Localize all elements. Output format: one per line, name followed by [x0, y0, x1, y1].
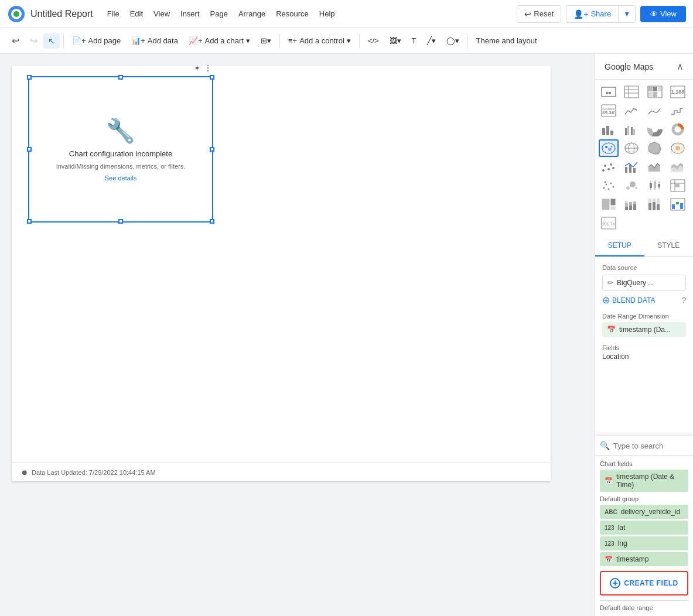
datasource-row[interactable]: ✏ BigQuery ...	[602, 275, 686, 291]
share-label: Share	[590, 9, 611, 18]
add-data-icon: 📊+	[131, 36, 145, 45]
create-field-button[interactable]: + CREATE FIELD	[600, 571, 688, 596]
svg-rect-74	[629, 202, 632, 206]
code-button[interactable]: </>	[363, 33, 384, 48]
date-range-row[interactable]: 📅 timestamp (Da...	[602, 322, 686, 337]
svg-text:69.3K: 69.3K	[602, 110, 615, 115]
chart-type-candlestick[interactable]	[645, 177, 665, 194]
chart-type-pie[interactable]	[645, 121, 665, 138]
handle-mr[interactable]	[210, 147, 214, 152]
chart-type-line[interactable]	[622, 102, 641, 119]
chart-more-button[interactable]: ⋮	[204, 63, 212, 73]
search-icon: 🔍	[600, 441, 610, 450]
handle-tm[interactable]	[118, 75, 123, 80]
chart-type-step-line[interactable]	[668, 102, 688, 119]
svg-rect-45	[625, 167, 627, 173]
setup-tab[interactable]: SETUP	[595, 235, 644, 256]
see-details-link[interactable]: See details	[105, 174, 136, 182]
chart-type-bar[interactable]	[599, 121, 619, 138]
menu-insert[interactable]: Insert	[176, 7, 204, 20]
menu-help[interactable]: Help	[315, 7, 340, 20]
handle-bl[interactable]	[27, 219, 32, 224]
panel-collapse-button[interactable]: ∧	[677, 61, 684, 72]
add-chart-button[interactable]: 📈+ Add a chart ▾	[184, 33, 255, 48]
svg-rect-47	[633, 168, 636, 173]
menu-page[interactable]: Page	[206, 7, 233, 20]
dg-item-timestamp[interactable]: 📅 timestamp	[600, 552, 688, 566]
svg-point-56	[635, 187, 637, 189]
line-button[interactable]: ╱▾	[422, 33, 441, 48]
chart-type-scatter-map[interactable]	[599, 158, 619, 176]
handle-br[interactable]	[210, 219, 214, 224]
chart-type-stacked-bar[interactable]	[622, 196, 641, 213]
add-page-button[interactable]: 📄+ Add page	[67, 33, 125, 48]
svg-point-52	[613, 186, 615, 188]
handle-ml[interactable]	[27, 147, 32, 152]
style-tab[interactable]: STYLE	[644, 235, 694, 256]
search-input[interactable]	[613, 442, 688, 450]
shape-button[interactable]: ◯▾	[442, 33, 464, 48]
chart-type-100-stacked[interactable]	[645, 196, 665, 213]
chart-type-scorecard[interactable]: ■■	[599, 83, 619, 101]
chart-type-heatmap[interactable]	[645, 83, 665, 101]
dg-item-vehicle[interactable]: ABC delivery_vehicle_id	[600, 505, 688, 519]
redo-button[interactable]: ↪	[25, 32, 42, 49]
text-button[interactable]: T	[407, 33, 421, 48]
menu-file[interactable]: File	[103, 7, 124, 20]
chart-type-stacked-area[interactable]	[668, 158, 688, 176]
dg-field-2-label: lat	[618, 523, 626, 532]
menu-arrange[interactable]: Arrange	[234, 7, 270, 20]
chart-type-combo-bar-line[interactable]	[622, 158, 641, 176]
add-data-button[interactable]: 📊+ Add data	[127, 33, 183, 48]
theme-layout-button[interactable]: Theme and layout	[472, 33, 542, 48]
handle-tl[interactable]	[27, 75, 32, 80]
chart-types-grid: ■■ 1,168 Sessions69.3K	[595, 80, 693, 235]
menu-resource[interactable]: Resource	[271, 7, 313, 20]
dg-item-lat[interactable]: 123 lat	[600, 521, 688, 535]
chart-type-donut[interactable]	[668, 121, 688, 138]
chart-type-grouped-bar[interactable]	[622, 121, 641, 138]
reset-button[interactable]: ↩ Reset	[517, 5, 561, 23]
chart-field-timestamp[interactable]: 📅 timestamp (Date & Time)	[600, 470, 688, 492]
share-button[interactable]: 👤+ Share	[566, 5, 618, 23]
chart-type-area[interactable]	[645, 158, 665, 176]
select-tool-button[interactable]: ↖	[43, 33, 60, 49]
chart-type-bubble-map[interactable]	[599, 139, 619, 157]
add-chart-caret: ▾	[246, 36, 250, 45]
blend-data-row[interactable]: ⊕ BLEND DATA ?	[602, 295, 686, 306]
menu-edit[interactable]: Edit	[125, 7, 148, 20]
share-caret-button[interactable]: ▼	[618, 5, 636, 23]
chart-type-bubble[interactable]	[622, 177, 641, 194]
view-button[interactable]: 👁 View	[640, 6, 686, 22]
canvas-area: ✶ ⋮ 🔧 Chart configuration incomplete Inv…	[0, 54, 595, 616]
chart-type-scatter[interactable]	[599, 177, 619, 194]
chart-container[interactable]: ✶ ⋮ 🔧 Chart configuration incomplete Inv…	[28, 76, 213, 223]
chart-type-gauge[interactable]: 201.7K	[599, 214, 619, 232]
chart-type-metric[interactable]: Sessions69.3K	[599, 102, 619, 119]
chart-type-filled-map[interactable]	[645, 139, 665, 157]
chart-type-scorecard2[interactable]: 1,168	[668, 83, 688, 101]
chart-type-waterfall[interactable]	[668, 196, 688, 213]
num-icon-lng: 123	[605, 540, 615, 547]
chart-pin-button[interactable]: ✶	[194, 64, 200, 73]
undo-button[interactable]: ↩	[7, 32, 24, 49]
chart-type-geo-map[interactable]	[622, 139, 641, 157]
dg-item-lng[interactable]: 123 lng	[600, 536, 688, 550]
chart-type-smooth-line[interactable]	[645, 102, 665, 119]
chart-type-treemap[interactable]	[599, 196, 619, 213]
svg-rect-78	[648, 199, 651, 203]
handle-bm[interactable]	[118, 219, 123, 224]
svg-rect-69	[610, 206, 616, 210]
chart-layout-button[interactable]: ⊞▾	[256, 33, 276, 48]
menu-view[interactable]: View	[149, 7, 175, 20]
chart-incomplete-title: Chart configuration incomplete	[69, 149, 172, 158]
chart-type-pivot[interactable]	[668, 177, 688, 194]
add-control-button[interactable]: ≡+ Add a control ▾	[284, 33, 356, 48]
svg-rect-46	[629, 165, 631, 173]
right-panel: Google Maps ∧ ■■ 1,168	[595, 54, 693, 616]
help-icon: ?	[682, 296, 686, 304]
chart-type-heatmap-map[interactable]	[668, 139, 688, 157]
chart-type-table[interactable]	[622, 83, 641, 101]
image-button[interactable]: 🖼▾	[385, 33, 406, 48]
handle-tr[interactable]	[210, 75, 214, 80]
